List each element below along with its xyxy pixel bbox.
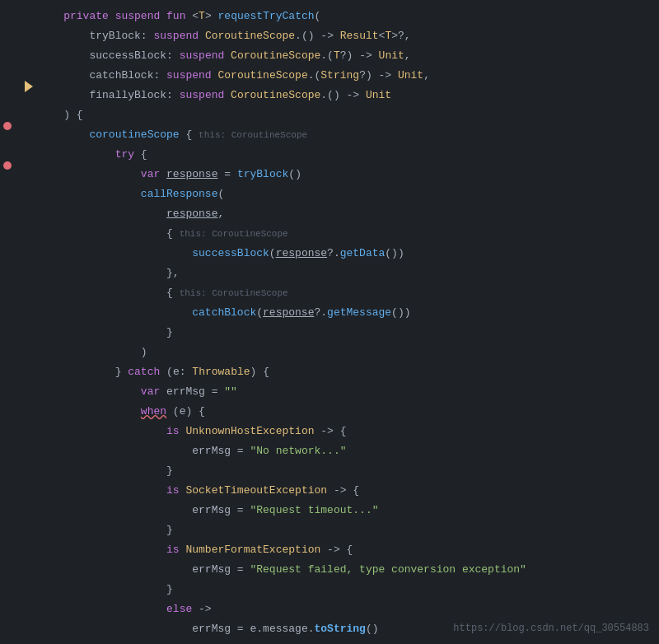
code-line: errMsg = "Request failed, type conversio…: [0, 560, 659, 580]
code-text: } catch (e: Throwable) {: [35, 363, 659, 381]
code-line: catchBlock(response?.getMessage()): [0, 303, 659, 323]
code-text: catchBlock: suspend CoroutineScope.(Stri…: [35, 67, 659, 85]
code-line: finallyBlock: suspend CoroutineScope.() …: [0, 86, 659, 105]
code-text: tryBlock: suspend CoroutineScope.() -> R…: [35, 27, 659, 45]
code-text: errMsg = "Request failed, type conversio…: [35, 561, 659, 579]
code-line: }: [0, 323, 659, 343]
code-text: { this: CoroutineScope: [35, 225, 659, 243]
code-line: ) {: [0, 105, 659, 125]
code-line: errMsg = "Request timeout...": [0, 501, 659, 520]
code-line: coroutineScope { this: CoroutineScope: [0, 125, 659, 145]
code-text: callResponse(: [35, 185, 659, 203]
code-line: } catch (e: Throwable) {: [0, 362, 659, 382]
code-line: var response = tryBlock(): [0, 165, 659, 184]
code-text: coroutineScope { this: CoroutineScope: [35, 126, 659, 144]
code-text: catchBlock(response?.getMessage()): [35, 304, 659, 322]
code-line: ): [0, 343, 659, 362]
code-line: }: [0, 580, 659, 600]
code-line: tryBlock: suspend CoroutineScope.() -> R…: [0, 26, 659, 46]
code-text: is NumberFormatException -> {: [35, 541, 659, 559]
code-text: else ->: [35, 600, 659, 618]
code-text: when (e) {: [35, 403, 659, 421]
code-line: successBlock: suspend CoroutineScope.(T?…: [0, 46, 659, 66]
watermark: https://blog.csdn.net/qq_30554883: [453, 622, 649, 634]
code-line: when (e) {: [0, 402, 659, 422]
code-line: errMsg = "No network...": [0, 441, 659, 461]
code-text: { this: CoroutineScope: [35, 284, 659, 302]
arrow-marker: [25, 81, 33, 92]
code-text: response,: [35, 205, 659, 223]
code-text: },: [35, 264, 659, 282]
code-line: catchBlock: suspend CoroutineScope.(Stri…: [0, 66, 659, 86]
code-line: callResponse(: [0, 184, 659, 204]
code-line: is NumberFormatException -> {: [0, 540, 659, 560]
code-text: var errMsg = "": [35, 383, 659, 401]
code-text: ): [35, 343, 659, 362]
code-text: errMsg = "Request timeout...": [35, 502, 659, 520]
code-text: try {: [35, 146, 659, 164]
code-text: successBlock(response?.getData()): [35, 245, 659, 263]
code-text: }: [35, 640, 659, 644]
code-line: }: [0, 520, 659, 540]
code-text: }: [35, 581, 659, 599]
code-line: var errMsg = "": [0, 382, 659, 402]
code-line: successBlock(response?.getData()): [0, 244, 659, 264]
breakpoint[interactable]: [3, 161, 12, 170]
code-text: finallyBlock: suspend CoroutineScope.() …: [35, 86, 659, 105]
code-line: response,: [0, 204, 659, 224]
code-line: is SocketTimeoutException -> {: [0, 481, 659, 501]
code-text: ) {: [35, 106, 659, 124]
code-text: }: [35, 521, 659, 539]
code-text: }: [35, 462, 659, 480]
code-text: var response = tryBlock(): [35, 166, 659, 184]
code-text: errMsg = "No network...": [35, 442, 659, 460]
code-editor: private suspend fun <T> requestTryCatch(…: [0, 0, 659, 644]
code-text: is SocketTimeoutException -> {: [35, 482, 659, 500]
code-line: { this: CoroutineScope: [0, 224, 659, 244]
code-line: }: [0, 461, 659, 481]
code-text: }: [35, 324, 659, 342]
url-text: https://blog.csdn.net/qq_30554883: [453, 623, 649, 634]
code-line: try {: [0, 145, 659, 165]
breakpoint[interactable]: [3, 122, 12, 130]
code-text: successBlock: suspend CoroutineScope.(T?…: [35, 47, 659, 65]
code-line: else ->: [0, 600, 659, 619]
code-line: is UnknownHostException -> {: [0, 422, 659, 441]
code-line: { this: CoroutineScope: [0, 283, 659, 303]
code-line: },: [0, 264, 659, 283]
code-line: private suspend fun <T> requestTryCatch(: [0, 7, 659, 26]
code-text: private suspend fun <T> requestTryCatch(: [35, 7, 659, 26]
code-text: is UnknownHostException -> {: [35, 422, 659, 441]
code-line: }: [0, 639, 659, 644]
